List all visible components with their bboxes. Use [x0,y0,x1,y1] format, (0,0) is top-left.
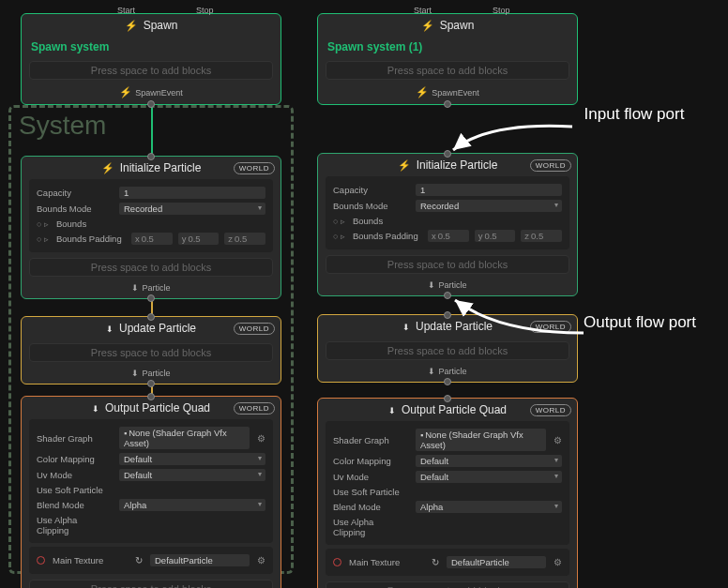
node-header-label: Spawn [440,19,475,32]
prop-label: Bounds [56,219,131,229]
port-indicator[interactable]: ○ ▹ [37,234,49,244]
bolt-icon [421,19,434,32]
bolt-icon [101,161,114,174]
add-blocks-placeholder[interactable]: Press space to add blocks [326,61,569,80]
node-header: Output Particle Quad WORLD [22,397,281,419]
output-particle-quad-node[interactable]: Output Particle Quad WORLD Shader Graph … [21,396,281,588]
update-particle-node[interactable]: Update Particle WORLD Press space to add… [21,316,281,384]
port-ring-icon[interactable] [37,556,45,565]
annotation-input-flow: Input flow port [578,105,690,124]
vec3-field: x0.5 y0.5 z0.5 [428,230,562,242]
node-header: Output Particle Quad WORLD [318,399,577,421]
bounds-mode-dropdown[interactable]: Recorded [416,200,562,212]
prop-label: Uv Mode [333,472,408,482]
spawn-node[interactable]: Start Stop Spawn Spawn system (1) Press … [317,13,578,105]
node-header-label: Output Particle Quad [402,403,507,416]
blend-mode-dropdown[interactable]: Alpha [119,499,265,511]
gear-icon[interactable] [257,433,265,444]
gear-icon[interactable] [257,555,265,565]
world-badge: WORLD [234,162,275,174]
prop-label: Bounds Mode [37,204,112,214]
port-indicator[interactable]: ○ ▹ [333,232,345,241]
output-particle-quad-node[interactable]: Output Particle Quad WORLD Shader Graph … [317,398,578,588]
initialize-particle-node[interactable]: Initialize Particle WORLD Capacity 1 Bou… [21,156,281,299]
uv-mode-dropdown[interactable]: Default [119,469,265,481]
prop-label: Capacity [333,185,408,195]
prop-label: Use Soft Particle [333,487,408,497]
add-blocks-placeholder[interactable]: Press space to add blocks [326,255,569,274]
add-blocks-placeholder[interactable]: Press space to add blocks [29,61,273,80]
bolt-icon [416,86,429,98]
node-header: Update Particle WORLD [22,317,281,339]
annotation-arrow [452,295,593,342]
prop-label: Uv Mode [37,470,112,480]
node-header: Initialize Particle WORLD [22,157,281,179]
arrow-down-icon [106,322,114,335]
shader-graph-field[interactable]: None (Shader Graph Vfx Asset) [416,429,546,451]
arrow-down-icon [92,401,99,415]
color-mapping-dropdown[interactable]: Default [119,453,265,465]
footer-label: Particle [438,367,466,376]
reset-icon[interactable] [432,557,439,567]
node-properties: Main Texture DefaultParticle [29,547,273,574]
port-indicator[interactable]: ○ ▹ [37,219,49,229]
vec3-field: x0.5 y0.5 z0.5 [131,233,265,245]
bounds-mode-dropdown[interactable]: Recorded [119,203,265,215]
node-header-label: Initialize Particle [120,161,202,174]
node-header-label: Output Particle Quad [105,401,210,415]
node-header-label: Spawn [144,19,178,32]
node-title: Spawn system [22,37,281,57]
prop-label: Shader Graph [37,433,112,444]
blend-mode-dropdown[interactable]: Alpha [416,501,562,513]
output-port[interactable] [444,378,451,385]
prop-label: Bounds Mode [333,201,408,211]
spawn-node[interactable]: Start Stop Spawn Spawn system Press spac… [21,13,281,105]
reset-icon[interactable] [135,555,143,565]
main-texture-field[interactable]: DefaultParticle [447,556,546,568]
add-blocks-placeholder[interactable]: Press space to add blocks [29,343,273,362]
arrow-down-icon [131,283,139,293]
capacity-field[interactable]: 1 [416,184,562,196]
footer-label: Particle [142,369,170,378]
prop-label: Blend Mode [333,502,408,512]
main-texture-field[interactable]: DefaultParticle [150,554,250,566]
prop-label: Blend Mode [37,500,112,510]
initialize-particle-node[interactable]: Initialize Particle WORLD Capacity 1 Bou… [317,153,578,296]
output-port[interactable] [147,100,155,108]
bolt-icon [125,19,138,32]
output-port[interactable] [444,292,451,299]
prop-label: Use Alpha Clipping [333,517,408,537]
gear-icon[interactable] [554,557,562,567]
port-indicator[interactable]: ○ ▹ [333,217,345,226]
prop-label: Capacity [37,188,112,198]
footer-label: SpawnEvent [432,88,479,98]
footer-label: Particle [142,283,170,293]
prop-label: Main Texture [349,557,424,567]
node-properties: Shader Graph None (Shader Graph Vfx Asse… [29,419,273,543]
output-port[interactable] [147,380,155,387]
node-graph-canvas[interactable]: System Start Stop Spawn Spawn system Pre… [0,0,728,588]
gear-icon[interactable] [554,435,562,445]
bolt-icon [119,86,132,98]
prop-label: Use Soft Particle [37,485,112,495]
node-header: Spawn [318,14,577,37]
prop-label: Color Mapping [333,456,408,466]
port-ring-icon[interactable] [333,558,341,566]
annotation-output-flow: Output flow port [584,313,696,332]
prop-label: Main Texture [53,555,128,565]
footer-label: Particle [438,280,466,290]
prop-label: Color Mapping [37,454,112,464]
add-blocks-placeholder[interactable]: Press space to add blocks [326,341,569,360]
shader-graph-field[interactable]: None (Shader Graph Vfx Asset) [119,427,250,449]
capacity-field[interactable]: 1 [119,187,265,199]
prop-label: Shader Graph [333,435,408,445]
world-badge: WORLD [234,323,275,335]
output-port[interactable] [147,294,155,302]
color-mapping-dropdown[interactable]: Default [416,455,562,467]
add-blocks-placeholder[interactable]: Press space to add blocks [29,258,273,277]
add-blocks-placeholder[interactable]: Press space to add blocks [326,581,569,588]
arrow-down-icon [131,369,139,378]
add-blocks-placeholder[interactable]: Press space to add blocks [29,580,273,588]
uv-mode-dropdown[interactable]: Default [416,471,562,483]
output-port[interactable] [444,100,451,108]
